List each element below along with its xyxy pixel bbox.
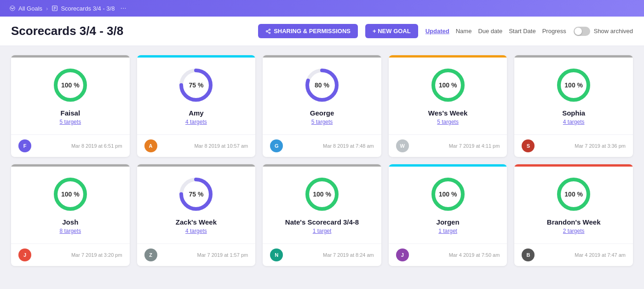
card-footer: S Mar 7 2019 at 3:36 pm	[514, 134, 633, 157]
card-date: Mar 8 2019 at 6:51 pm	[71, 143, 122, 149]
card-targets[interactable]: 4 targets	[563, 119, 585, 125]
card-date: Mar 4 2019 at 7:47 am	[575, 252, 626, 258]
scorecard-card-6[interactable]: 75 % Zack's Week 4 targets Z Mar 7 2019 …	[137, 164, 256, 266]
nav-sep-1: ›	[46, 5, 48, 12]
avatar: J	[18, 249, 31, 261]
avatar: B	[522, 249, 535, 261]
card-date: Mar 4 2019 at 7:50 am	[449, 252, 500, 258]
card-body: 100 % Josh 8 targets	[11, 167, 130, 243]
card-footer: Z Mar 7 2019 at 1:57 pm	[137, 243, 256, 266]
scorecard-card-4[interactable]: 100 % Sophia 4 targets S Mar 7 2019 at 3…	[514, 55, 633, 157]
donut-percent: 100 %	[564, 81, 583, 89]
card-name: Amy	[189, 109, 204, 117]
sort-due-date[interactable]: Due date	[478, 28, 502, 35]
svg-point-4	[269, 29, 270, 30]
card-footer: F Mar 8 2019 at 6:51 pm	[11, 134, 130, 157]
card-body: 75 % Amy 4 targets	[137, 58, 256, 134]
card-footer: J Mar 7 2019 at 3:20 pm	[11, 243, 130, 266]
card-date: Mar 8 2019 at 10:57 am	[194, 143, 248, 149]
scorecard-card-7[interactable]: 100 % Nate's Scorecard 3/4-8 1 target N …	[263, 164, 381, 266]
card-targets[interactable]: 1 target	[313, 228, 332, 234]
donut-chart: 100 %	[52, 67, 89, 104]
donut-percent: 100 %	[564, 191, 583, 198]
card-footer: W Mar 7 2019 at 4:11 pm	[389, 134, 507, 157]
avatar: Z	[144, 249, 157, 261]
page-title: Scorecards 3/4 - 3/8	[11, 24, 251, 38]
donut-chart: 75 %	[178, 176, 214, 213]
card-body: 100 % Faisal 5 targets	[11, 58, 130, 134]
donut-chart: 75 %	[178, 67, 214, 104]
donut-chart: 100 %	[555, 176, 592, 213]
card-name: Faisal	[61, 109, 80, 117]
sort-progress[interactable]: Progress	[542, 28, 566, 35]
card-date: Mar 8 2019 at 7:48 am	[323, 143, 374, 149]
sort-start-date[interactable]: Start Date	[509, 28, 536, 35]
avatar: J	[396, 249, 409, 261]
donut-chart: 100 %	[52, 176, 89, 213]
card-body: 75 % Zack's Week 4 targets	[137, 167, 256, 243]
card-targets[interactable]: 2 targets	[563, 228, 585, 234]
card-name: Sophia	[562, 109, 585, 117]
svg-point-5	[266, 30, 268, 32]
nav-more-dots[interactable]: ···	[120, 4, 126, 12]
card-footer: G Mar 8 2019 at 7:48 am	[263, 134, 381, 157]
show-archived-toggle[interactable]	[574, 27, 590, 36]
sort-updated[interactable]: Updated	[426, 28, 449, 35]
card-date: Mar 7 2019 at 4:11 pm	[449, 143, 500, 149]
card-date: Mar 7 2019 at 3:36 pm	[575, 143, 626, 149]
card-targets[interactable]: 4 targets	[185, 228, 207, 234]
donut-percent: 100 %	[313, 191, 331, 198]
donut-percent: 80 %	[315, 81, 329, 89]
card-targets[interactable]: 1 target	[438, 228, 457, 234]
card-name: George	[310, 109, 334, 117]
donut-percent: 75 %	[189, 191, 203, 198]
avatar: A	[144, 139, 157, 152]
card-body: 100 % Jorgen 1 target	[389, 167, 507, 243]
donut-chart: 80 %	[304, 67, 340, 104]
scorecard-card-8[interactable]: 100 % Jorgen 1 target J Mar 4 2019 at 7:…	[389, 164, 507, 266]
donut-percent: 75 %	[189, 81, 203, 89]
donut-percent: 100 %	[439, 191, 457, 198]
card-targets[interactable]: 5 targets	[437, 119, 459, 125]
donut-chart: 100 %	[430, 67, 466, 104]
card-name: Wes's Week	[428, 109, 468, 117]
svg-point-6	[269, 32, 270, 34]
scorecard-grid: 100 % Faisal 5 targets F Mar 8 2019 at 6…	[0, 46, 644, 275]
sort-options: Updated Name Due date Start Date Progres…	[426, 28, 566, 35]
card-body: 100 % Brandon's Week 2 targets	[514, 167, 633, 243]
toggle-knob	[575, 28, 582, 35]
svg-line-7	[267, 31, 269, 32]
page-header: Scorecards 3/4 - 3/8 SHARING & PERMISSIO…	[0, 17, 644, 46]
card-targets[interactable]: 5 targets	[59, 119, 81, 125]
scorecard-card-2[interactable]: 80 % George 5 targets G Mar 8 2019 at 7:…	[263, 55, 381, 157]
sort-name[interactable]: Name	[456, 28, 472, 35]
new-goal-button[interactable]: + NEW GOAL	[365, 24, 418, 38]
card-body: 80 % George 5 targets	[263, 58, 381, 134]
donut-percent: 100 %	[439, 81, 457, 89]
card-targets[interactable]: 5 targets	[311, 119, 333, 125]
card-body: 100 % Wes's Week 5 targets	[389, 58, 507, 134]
sharing-permissions-button[interactable]: SHARING & PERMISSIONS	[258, 24, 358, 38]
svg-line-8	[267, 30, 269, 31]
card-body: 100 % Sophia 4 targets	[514, 58, 633, 134]
card-name: Brandon's Week	[547, 218, 601, 226]
donut-percent: 100 %	[61, 191, 80, 198]
scorecard-card-3[interactable]: 100 % Wes's Week 5 targets W Mar 7 2019 …	[389, 55, 507, 157]
card-targets[interactable]: 8 targets	[59, 228, 81, 234]
all-goals-nav[interactable]: All Goals	[9, 5, 42, 12]
card-name: Josh	[62, 218, 78, 226]
scorecard-card-5[interactable]: 100 % Josh 8 targets J Mar 7 2019 at 3:2…	[11, 164, 130, 266]
card-footer: B Mar 4 2019 at 7:47 am	[514, 243, 633, 266]
avatar: G	[270, 139, 283, 152]
card-footer: J Mar 4 2019 at 7:50 am	[389, 243, 507, 266]
avatar: S	[522, 139, 535, 152]
scorecard-card-1[interactable]: 75 % Amy 4 targets A Mar 8 2019 at 10:57…	[137, 55, 256, 157]
donut-chart: 100 %	[430, 176, 466, 213]
show-archived-label: Show archived	[594, 28, 633, 35]
scorecard-card-0[interactable]: 100 % Faisal 5 targets F Mar 8 2019 at 6…	[11, 55, 130, 157]
avatar: F	[18, 139, 31, 152]
card-targets[interactable]: 4 targets	[185, 119, 207, 125]
scorecard-card-9[interactable]: 100 % Brandon's Week 2 targets B Mar 4 2…	[514, 164, 633, 266]
scorecards-nav[interactable]: Scorecards 3/4 - 3/8	[52, 5, 115, 12]
show-archived-wrap: Show archived	[574, 27, 633, 36]
